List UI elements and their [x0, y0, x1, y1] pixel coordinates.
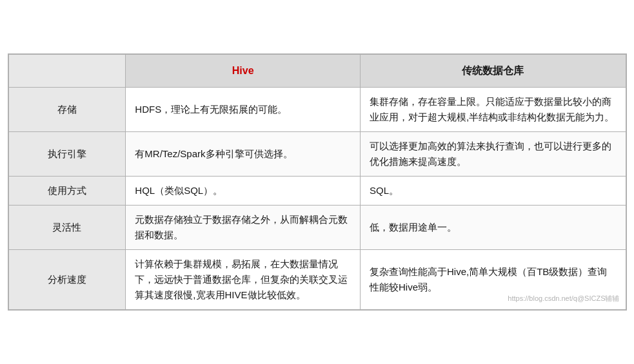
row-label-1: 执行引擎	[8, 131, 126, 176]
row-label-2: 使用方式	[8, 176, 126, 205]
row-traditional-1: 可以选择更加高效的算法来执行查询，也可以进行更多的优化措施来提高速度。	[361, 131, 626, 176]
row-traditional-0: 集群存储，存在容量上限。只能适应于数据量比较小的商业应用，对于超大规模,半结构或…	[361, 87, 626, 131]
row-hive-0: HDFS，理论上有无限拓展的可能。	[126, 87, 361, 131]
row-hive-3: 元数据存储独立于数据存储之外，从而解耦合元数据和数据。	[126, 205, 361, 249]
table-row: 存储HDFS，理论上有无限拓展的可能。集群存储，存在容量上限。只能适应于数据量比…	[8, 87, 626, 131]
header-traditional-col: 传统数据仓库	[361, 55, 626, 88]
table-row: 灵活性元数据存储独立于数据存储之外，从而解耦合元数据和数据。低，数据用途单一。	[8, 205, 626, 249]
row-traditional-4: 复杂查询性能高于Hive,简单大规模（百TB级数据）查询性能较Hive弱。	[361, 249, 626, 309]
table-row: 使用方式HQL（类似SQL）。SQL。	[8, 176, 626, 205]
comparison-table: Hive 传统数据仓库 存储HDFS，理论上有无限拓展的可能。集群存储，存在容量…	[8, 54, 626, 310]
header-hive-col: Hive	[126, 55, 361, 88]
row-hive-2: HQL（类似SQL）。	[126, 176, 361, 205]
header-label-col	[8, 55, 126, 88]
row-hive-1: 有MR/Tez/Spark多种引擎可供选择。	[126, 131, 361, 176]
row-traditional-2: SQL。	[361, 176, 626, 205]
comparison-table-wrapper: Hive 传统数据仓库 存储HDFS，理论上有无限拓展的可能。集群存储，存在容量…	[8, 53, 627, 311]
row-traditional-3: 低，数据用途单一。	[361, 205, 626, 249]
row-label-0: 存储	[8, 87, 126, 131]
row-label-4: 分析速度	[8, 249, 126, 309]
table-row: 分析速度计算依赖于集群规模，易拓展，在大数据量情况下，远远快于普通数据仓库，但复…	[8, 249, 626, 309]
row-label-3: 灵活性	[8, 205, 126, 249]
row-hive-4: 计算依赖于集群规模，易拓展，在大数据量情况下，远远快于普通数据仓库，但复杂的关联…	[126, 249, 361, 309]
table-row: 执行引擎有MR/Tez/Spark多种引擎可供选择。可以选择更加高效的算法来执行…	[8, 131, 626, 176]
